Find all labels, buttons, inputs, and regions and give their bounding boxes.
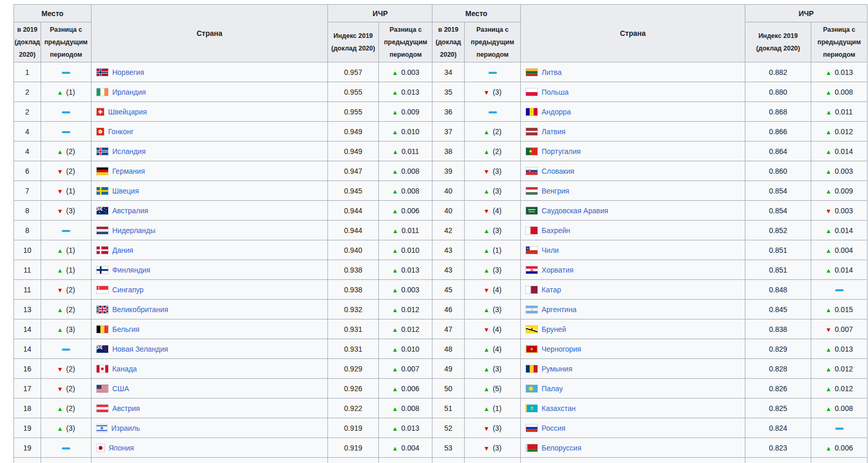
country-link[interactable]: Финляндия bbox=[112, 266, 150, 274]
rank-change-cell: ▲(1) bbox=[41, 240, 91, 260]
place-group-header: Место bbox=[432, 5, 521, 22]
rank-cell: 47 bbox=[432, 319, 465, 339]
hdi-change-cell: ▲0.003 bbox=[811, 161, 867, 181]
country-link[interactable]: США bbox=[112, 384, 129, 393]
country-link[interactable]: Австрия bbox=[112, 404, 140, 413]
down-arrow-icon: ▼ bbox=[57, 366, 63, 373]
hdi-index-cell: 0.851 bbox=[745, 240, 811, 260]
country-link[interactable]: Словакия bbox=[542, 167, 574, 175]
up-arrow-icon: ▲ bbox=[392, 188, 398, 195]
country-link[interactable]: Венгрия bbox=[542, 187, 569, 195]
table-row: 16▼(2)Канада0.929▲0.007 bbox=[14, 359, 433, 379]
up-arrow-icon: ▲ bbox=[825, 267, 832, 274]
country-header: Страна bbox=[91, 5, 327, 62]
country-link[interactable]: Швейцария bbox=[108, 108, 147, 116]
change-value: (2) bbox=[66, 147, 75, 156]
rank-cell: 2 bbox=[14, 102, 41, 122]
newzealand-flag-icon bbox=[97, 345, 108, 353]
country-link[interactable]: Саудовская Аравия bbox=[542, 207, 608, 215]
country-cell: Белоруссия bbox=[521, 438, 745, 458]
change-value: (3) bbox=[66, 325, 75, 333]
country-link[interactable]: Латвия bbox=[542, 127, 565, 136]
country-link[interactable]: Новая Зеландия bbox=[112, 345, 168, 353]
country-link[interactable]: Португалия bbox=[542, 147, 581, 156]
up-arrow-icon: ▲ bbox=[483, 128, 490, 136]
country-cell: Андорра bbox=[521, 102, 745, 122]
up-arrow-icon: ▲ bbox=[825, 148, 832, 156]
down-arrow-icon: ▼ bbox=[825, 326, 832, 333]
rank-cell: 11 bbox=[14, 260, 41, 280]
up-arrow-icon: ▲ bbox=[826, 109, 832, 116]
country-link[interactable]: Сингапур bbox=[112, 286, 143, 294]
change-value: 0.008 bbox=[835, 404, 853, 413]
country-link[interactable]: Черногория bbox=[542, 345, 581, 353]
table-row: 17▼(2)США0.926▲0.006 bbox=[14, 379, 433, 398]
country-link[interactable]: Исландия bbox=[112, 147, 146, 156]
up-arrow-icon: ▲ bbox=[825, 69, 832, 76]
country-link[interactable]: Андорра bbox=[542, 108, 571, 116]
country-link[interactable]: Германия bbox=[112, 167, 145, 175]
saudiarabia-flag-icon bbox=[526, 207, 537, 214]
country-link[interactable]: Палау bbox=[542, 384, 563, 393]
country-link[interactable]: Хорватия bbox=[542, 266, 573, 274]
country-link[interactable]: Швеция bbox=[112, 187, 139, 195]
japan-flag-icon bbox=[97, 444, 104, 452]
country-link[interactable]: Израиль bbox=[111, 424, 140, 432]
rank-cell: 17 bbox=[14, 379, 41, 398]
steady-icon bbox=[62, 72, 70, 74]
country-link[interactable]: Литва bbox=[542, 68, 562, 76]
hdi-change-cell: ▲0.012 bbox=[811, 359, 867, 379]
table-row: 47▼(4)Бруней0.838▼0.007 bbox=[432, 319, 867, 339]
country-cell: Финляндия bbox=[91, 260, 327, 280]
country-link[interactable]: Бельгия bbox=[112, 325, 139, 333]
change-value: (4) bbox=[493, 207, 502, 215]
up-arrow-icon: ▲ bbox=[392, 346, 398, 353]
change-value: 0.003 bbox=[401, 286, 419, 294]
table-body-right: 34Литва0.882▲0.01335▼(3)Польша0.880▲0.00… bbox=[432, 62, 867, 463]
hdi-index-cell: 0.926 bbox=[327, 379, 378, 398]
change-value: (3) bbox=[493, 305, 502, 314]
hdi-index-cell: 0.829 bbox=[745, 339, 811, 359]
change-value: 0.003 bbox=[835, 207, 853, 215]
hdi-index-cell: 0.854 bbox=[745, 181, 811, 201]
table-row-partial: ▼ bbox=[14, 458, 433, 463]
country-link[interactable]: Аргентина bbox=[542, 305, 576, 314]
country-link[interactable]: Норвегия bbox=[112, 68, 144, 76]
country-link[interactable]: Бруней bbox=[542, 325, 566, 333]
hdi-index-cell: 0.864 bbox=[745, 142, 811, 161]
hdi-change-cell: ▲0.012 bbox=[811, 122, 867, 142]
country-link[interactable]: Катар bbox=[542, 286, 561, 294]
country-link[interactable]: Румыния bbox=[542, 365, 572, 373]
down-arrow-icon: ▼ bbox=[483, 326, 490, 333]
country-cell: Венгрия bbox=[521, 181, 745, 201]
country-link[interactable]: Ирландия bbox=[112, 88, 146, 96]
rank-cell: 53 bbox=[432, 438, 465, 458]
change-value: 0.011 bbox=[401, 147, 419, 156]
table-row: 48▲(4)Черногория0.829▲0.013 bbox=[432, 339, 867, 359]
table-row: 7▼(1)Швеция0.945▲0.008 bbox=[14, 181, 433, 201]
change-value: (3) bbox=[493, 167, 502, 175]
country-link[interactable]: Россия bbox=[542, 424, 565, 432]
hdi-change-cell: ▲0.008 bbox=[811, 398, 867, 418]
rank-change-cell: ▼ bbox=[465, 458, 521, 463]
down-arrow-icon: ▼ bbox=[57, 208, 63, 215]
country-link[interactable]: Австралия bbox=[112, 207, 148, 215]
country-link[interactable]: Польша bbox=[542, 88, 569, 96]
country-link[interactable]: Великобритания bbox=[112, 305, 168, 314]
down-arrow-icon: ▼ bbox=[483, 208, 490, 215]
country-link[interactable]: Канада bbox=[112, 365, 137, 373]
country-link[interactable]: Нидерланды bbox=[112, 226, 155, 235]
rank-cell: 51 bbox=[432, 398, 465, 418]
country-link[interactable]: Белоруссия bbox=[542, 444, 582, 452]
country-link[interactable]: Гонконг bbox=[108, 127, 134, 136]
country-link[interactable]: Дания bbox=[112, 246, 133, 254]
country-link[interactable]: Казахстан bbox=[542, 404, 576, 413]
country-link[interactable]: Япония bbox=[109, 444, 134, 452]
country-link[interactable]: Бахрейн bbox=[542, 226, 570, 235]
table-row: 42▲(3)Бахрейн0.852▲0.014 bbox=[432, 221, 867, 240]
country-link[interactable]: Чили bbox=[542, 246, 559, 254]
table-row: 4▲(2)Исландия0.949▲0.011 bbox=[14, 142, 433, 161]
table-row: 14▲(3)Бельгия0.931▲0.012 bbox=[14, 319, 433, 339]
up-arrow-icon: ▲ bbox=[392, 128, 398, 136]
hdi-index-cell bbox=[327, 458, 378, 463]
